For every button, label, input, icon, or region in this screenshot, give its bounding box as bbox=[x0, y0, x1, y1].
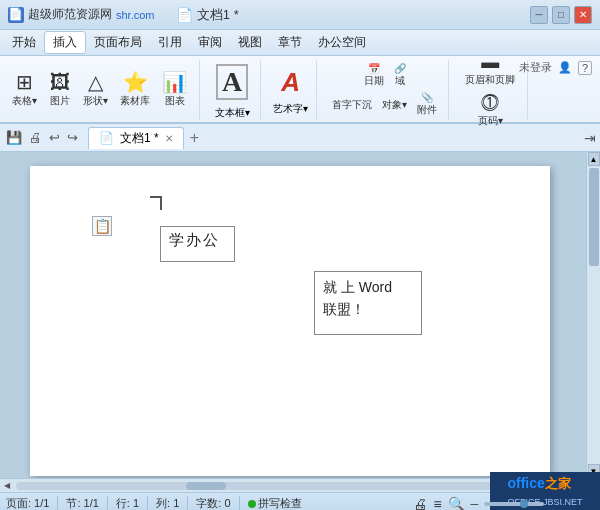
doc-title: 文档1 * bbox=[197, 6, 239, 24]
ribbon-firstchar-btn[interactable]: 首字下沉 bbox=[329, 97, 375, 113]
zoom-slider-thumb bbox=[520, 500, 528, 508]
textbox-2-content: 就 上 Word联盟！ bbox=[323, 279, 392, 317]
ribbon-row1: ⊞ 表格▾ 🖼 图片 △ 形状▾ ⭐ 素材库 📊 图表 bbox=[8, 70, 191, 110]
save-qa-btn[interactable]: 💾 bbox=[4, 129, 24, 146]
doc-icon-tab: 📄 bbox=[99, 131, 114, 145]
app-name: 超级师范资源网 bbox=[28, 6, 112, 23]
print-qa-btn[interactable]: 🖨 bbox=[27, 129, 44, 146]
attach-icon: 📎 bbox=[421, 92, 433, 103]
help-btn[interactable]: ? bbox=[578, 61, 592, 75]
image-label: 图片 bbox=[50, 94, 70, 108]
table-icon: ⊞ bbox=[16, 72, 33, 92]
document-area: 📋 学办公 就 上 Word联盟！ ▲ ▼ bbox=[0, 152, 600, 478]
ribbon-domain-btn[interactable]: 🔗 域 bbox=[391, 62, 409, 89]
ribbon-textbox-btn[interactable]: A bbox=[212, 60, 252, 104]
view-read-icon[interactable]: ≡ bbox=[433, 496, 441, 511]
domain-label: 域 bbox=[395, 74, 405, 88]
ribbon-attach-btn[interactable]: 📎 附件 bbox=[414, 91, 440, 118]
ribbon-user-area: 未登录 👤 ? bbox=[519, 60, 592, 75]
object-label: 对象▾ bbox=[382, 98, 407, 112]
view-print-icon[interactable]: 🖨 bbox=[413, 496, 427, 511]
undo-qa-btn[interactable]: ↩ bbox=[47, 129, 62, 146]
shape-icon: △ bbox=[88, 72, 103, 92]
ribbon-pagenum-btn[interactable]: ⓵ 页码▾ bbox=[474, 91, 507, 130]
ribbon-shape-btn[interactable]: △ 形状▾ bbox=[79, 70, 112, 110]
date-label: 日期 bbox=[364, 74, 384, 88]
scroll-left-btn[interactable]: ◀ bbox=[2, 481, 12, 490]
ribbon-date-btn[interactable]: 📅 日期 bbox=[361, 62, 387, 89]
wordcount-label: 字数: 0 bbox=[196, 496, 230, 510]
document-page[interactable]: 📋 学办公 就 上 Word联盟！ bbox=[30, 166, 550, 476]
redo-qa-btn[interactable]: ↪ bbox=[65, 129, 80, 146]
shape-label: 形状▾ bbox=[83, 94, 108, 108]
pagenum-icon: ⓵ bbox=[481, 93, 499, 114]
doc-anchor-icon: 📋 bbox=[92, 216, 112, 236]
arttext-label: 艺术字▾ bbox=[273, 102, 308, 116]
ribbon-arttext-btn[interactable]: A bbox=[276, 65, 306, 100]
menu-chapter[interactable]: 章节 bbox=[270, 32, 310, 53]
ribbon-group-misc: 📅 日期 🔗 域 首字下沉 对象▾ 📎 附件 bbox=[329, 60, 449, 120]
pagenum-label: 页码▾ bbox=[478, 114, 503, 128]
header-label: 页眉和页脚 bbox=[465, 73, 515, 87]
menu-view[interactable]: 视图 bbox=[230, 32, 270, 53]
chart-label: 图表 bbox=[165, 94, 185, 108]
zoom-slider[interactable] bbox=[484, 502, 544, 506]
status-spell[interactable]: 拼写检查 bbox=[248, 496, 302, 510]
textbox-label: 文本框▾ bbox=[215, 106, 250, 120]
status-col: 列: 1 bbox=[156, 496, 188, 510]
ribbon-resource-btn[interactable]: ⭐ 素材库 bbox=[116, 70, 154, 110]
menu-insert[interactable]: 插入 bbox=[44, 31, 86, 54]
tabs-bar: 💾 🖨 ↩ ↪ 📄 文档1 * ✕ + ⇥ bbox=[0, 124, 600, 152]
arttext-icon: A bbox=[281, 67, 300, 98]
header-icon: ▬ bbox=[481, 52, 499, 73]
menu-review[interactable]: 审阅 bbox=[190, 32, 230, 53]
ribbon-image-btn[interactable]: 🖼 图片 bbox=[45, 70, 75, 110]
date-icon: 📅 bbox=[368, 63, 380, 74]
add-tab-btn[interactable]: + bbox=[186, 129, 203, 147]
chart-icon: 📊 bbox=[162, 72, 187, 92]
scrollbar-bottom: ◀ ▶ office之家 OFFICE.JBSI.NET bbox=[0, 478, 600, 492]
menu-office[interactable]: 办公空间 bbox=[310, 32, 374, 53]
minimize-button[interactable]: ─ bbox=[530, 6, 548, 24]
table-label: 表格▾ bbox=[12, 94, 37, 108]
title-left: 📄 超级师范资源网 shr.com 📄 文档1 * bbox=[8, 6, 239, 24]
scroll-thumb[interactable] bbox=[589, 168, 599, 266]
ribbon: ⊞ 表格▾ 🖼 图片 △ 形状▾ ⭐ 素材库 📊 图表 A bbox=[0, 56, 600, 124]
ribbon-group-text2: A 艺术字▾ bbox=[273, 60, 317, 120]
ribbon-table-btn[interactable]: ⊞ 表格▾ bbox=[8, 70, 41, 110]
textbox-2[interactable]: 就 上 Word联盟！ bbox=[314, 271, 422, 335]
status-wordcount: 字数: 0 bbox=[196, 496, 239, 510]
not-logged-in[interactable]: 未登录 bbox=[519, 60, 552, 75]
user-icon: 👤 bbox=[558, 61, 572, 74]
ribbon-misc-row2: 首字下沉 对象▾ 📎 附件 bbox=[329, 91, 440, 118]
scroll-up-btn[interactable]: ▲ bbox=[588, 152, 600, 166]
spell-label: 拼写检查 bbox=[258, 496, 302, 510]
tabs-right-btn[interactable]: ⇥ bbox=[584, 130, 596, 146]
textbox-1[interactable]: 学办公 bbox=[160, 226, 235, 262]
ribbon-header-btn[interactable]: ▬ 页眉和页脚 bbox=[461, 50, 519, 89]
close-button[interactable]: ✕ bbox=[574, 6, 592, 24]
zoom-minus-btn[interactable]: ─ bbox=[471, 498, 479, 510]
section-label: 节: 1/1 bbox=[66, 496, 98, 510]
domain-icon: 🔗 bbox=[394, 63, 406, 74]
textbox-1-content: 学办公 bbox=[169, 231, 220, 248]
resource-icon: ⭐ bbox=[123, 72, 148, 92]
ribbon-misc-row: 📅 日期 🔗 域 bbox=[361, 62, 409, 89]
scrollbar-right: ▲ ▼ bbox=[586, 152, 600, 478]
page-label: 页面: 1/1 bbox=[6, 496, 49, 510]
spell-indicator bbox=[248, 500, 256, 508]
domain: shr.com bbox=[116, 9, 155, 21]
maximize-button[interactable]: □ bbox=[552, 6, 570, 24]
status-row: 行: 1 bbox=[116, 496, 148, 510]
ribbon-object-btn[interactable]: 对象▾ bbox=[379, 97, 410, 113]
tab-close-btn[interactable]: ✕ bbox=[165, 133, 173, 144]
doc-tab[interactable]: 📄 文档1 * ✕ bbox=[88, 127, 184, 149]
menu-layout[interactable]: 页面布局 bbox=[86, 32, 150, 53]
menu-references[interactable]: 引用 bbox=[150, 32, 190, 53]
scroll-h-thumb[interactable] bbox=[186, 482, 226, 490]
resource-label: 素材库 bbox=[120, 94, 150, 108]
menu-start[interactable]: 开始 bbox=[4, 32, 44, 53]
col-label: 列: 1 bbox=[156, 496, 179, 510]
ribbon-chart-btn[interactable]: 📊 图表 bbox=[158, 70, 191, 110]
view-web-icon[interactable]: 🔍 bbox=[448, 496, 465, 511]
